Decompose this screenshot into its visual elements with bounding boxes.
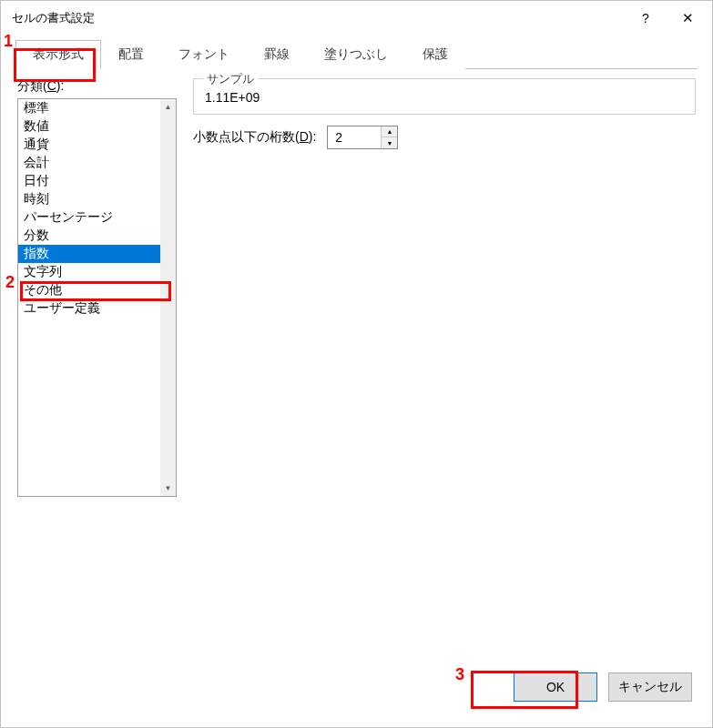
list-item[interactable]: 分数: [18, 227, 176, 245]
cancel-button[interactable]: キャンセル: [608, 672, 692, 702]
scroll-up-icon[interactable]: ▲: [160, 99, 176, 115]
help-button[interactable]: ?: [625, 1, 667, 35]
listbox-scrollbar[interactable]: ▲ ▼: [160, 99, 176, 496]
tab-fill[interactable]: 塗りつぶし: [307, 40, 405, 69]
tab-alignment[interactable]: 配置: [101, 40, 161, 69]
list-item[interactable]: 時刻: [18, 190, 176, 208]
list-item[interactable]: 日付: [18, 172, 176, 190]
window-title: セルの書式設定: [12, 10, 625, 26]
spinner-buttons: ▲ ▼: [381, 126, 397, 148]
sample-value: 1.11E+09: [205, 90, 684, 105]
right-column: サンプル 1.11E+09 小数点以下の桁数(D): ▲ ▼: [193, 78, 696, 651]
scroll-down-icon[interactable]: ▼: [160, 480, 176, 496]
list-item[interactable]: その他: [18, 281, 176, 299]
category-label: 分類(C):: [17, 78, 177, 95]
tab-bar: 表示形式 配置 フォント 罫線 塗りつぶし 保護: [15, 39, 698, 69]
list-item[interactable]: 標準: [18, 99, 176, 117]
decimal-places-label: 小数点以下の桁数(D):: [193, 129, 316, 146]
tab-protection[interactable]: 保護: [405, 40, 465, 69]
spin-up-icon[interactable]: ▲: [382, 126, 397, 137]
list-item[interactable]: パーセンテージ: [18, 208, 176, 227]
sample-legend: サンプル: [203, 71, 258, 87]
format-cells-dialog: セルの書式設定 ? ✕ 表示形式 配置 フォント 罫線 塗りつぶし 保護 分類(…: [0, 0, 713, 728]
list-item[interactable]: 文字列: [18, 263, 176, 281]
ok-button[interactable]: OK: [514, 672, 597, 702]
decimal-places-input[interactable]: [328, 126, 381, 148]
footer: OK キャンセル: [1, 660, 712, 727]
sample-group: サンプル 1.11E+09: [193, 78, 696, 115]
list-item[interactable]: ユーザー定義: [18, 299, 176, 318]
list-item[interactable]: 会計: [18, 154, 176, 172]
tab-border[interactable]: 罫線: [247, 40, 307, 69]
decimal-places-row: 小数点以下の桁数(D): ▲ ▼: [193, 126, 696, 149]
tab-number-format[interactable]: 表示形式: [15, 40, 101, 69]
list-item[interactable]: 通貨: [18, 136, 176, 154]
titlebar: セルの書式設定 ? ✕: [1, 1, 712, 35]
decimal-places-spinner[interactable]: ▲ ▼: [327, 126, 398, 149]
list-item-selected[interactable]: 指数: [18, 245, 176, 263]
content-area: 分類(C): 標準 数値 通貨 会計 日付 時刻 パーセンテージ 分数 指数 文…: [1, 69, 712, 660]
tab-font[interactable]: フォント: [161, 40, 247, 69]
close-button[interactable]: ✕: [667, 1, 708, 35]
list-item[interactable]: 数値: [18, 117, 176, 136]
category-listbox[interactable]: 標準 数値 通貨 会計 日付 時刻 パーセンテージ 分数 指数 文字列 その他 …: [17, 98, 177, 497]
left-column: 分類(C): 標準 数値 通貨 会計 日付 時刻 パーセンテージ 分数 指数 文…: [17, 78, 177, 651]
spin-down-icon[interactable]: ▼: [382, 137, 397, 148]
